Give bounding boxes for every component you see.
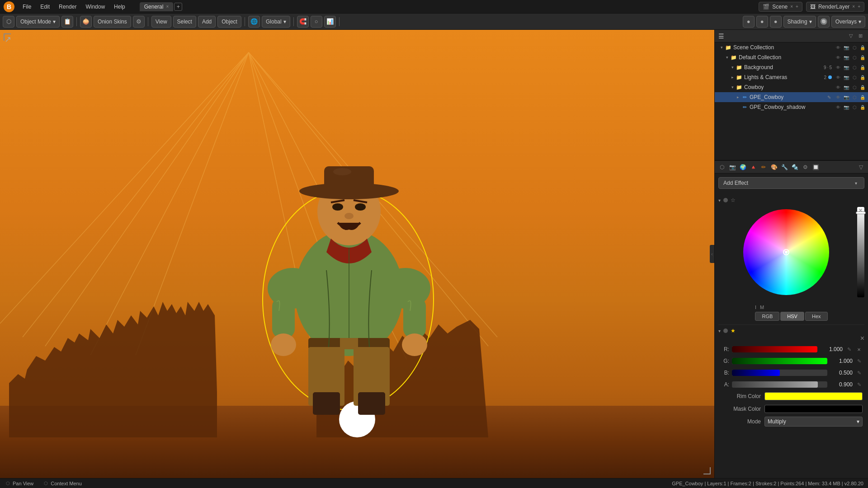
g-slider[interactable] (732, 358, 827, 364)
effect1-star[interactable]: ☆ (731, 197, 736, 203)
effect1-arrow[interactable]: ▾ (718, 198, 721, 203)
render-icon-7[interactable]: 📷 (843, 103, 850, 111)
render-icon-2[interactable]: 📷 (843, 54, 850, 61)
effect2-star[interactable]: ★ (731, 328, 736, 334)
object-btn[interactable]: Object (217, 16, 241, 28)
visibility-icon-3[interactable]: 👁 (835, 64, 842, 71)
snap-icon[interactable]: 🧲 (297, 16, 309, 28)
object-gpe-cowboy-shadow[interactable]: ✏ GPE_Cowboy_shadow 👁 📷 ⬡ 🔒 (715, 102, 868, 112)
r-close[interactable]: × (855, 346, 863, 353)
onion-skins-btn[interactable]: Onion Skins (94, 16, 131, 28)
viewport-arrow[interactable]: ↗ (5, 34, 11, 44)
visibility-icon-5[interactable]: 👁 (835, 84, 842, 91)
expand-background-icon[interactable]: ▾ (729, 64, 736, 70)
add-effect-button[interactable]: Add Effect ▾ (718, 177, 864, 189)
props-icon-2[interactable]: 📷 (728, 163, 737, 172)
tab-general[interactable]: General × (140, 2, 174, 11)
tool-icon-2[interactable]: ⚙ (133, 16, 145, 28)
props-icon-1[interactable]: ⬡ (717, 163, 726, 172)
viewport-shading-material[interactable]: ● (756, 16, 768, 28)
viewport-shading-rendered[interactable]: ● (770, 16, 782, 28)
overlays-btn[interactable]: Overlays ▾ (831, 16, 865, 28)
props-icon-8[interactable]: 🔩 (790, 163, 799, 172)
viewport-icon-2[interactable]: ⬡ (851, 54, 858, 61)
object-mode-dropdown[interactable]: Object Mode ▾ (16, 16, 60, 28)
effect2-arrow[interactable]: ▾ (718, 328, 721, 333)
collection-cowboy[interactable]: ▾ 📁 Cowboy 👁 📷 ⬡ 🔒 (715, 82, 868, 92)
render-icon-4[interactable]: 📷 (843, 74, 850, 81)
color-picker-close[interactable]: × (859, 207, 863, 214)
onion-skins-icon[interactable]: 🧅 (80, 16, 92, 28)
viewport-icon-4[interactable]: ⬡ (851, 74, 858, 81)
menu-window[interactable]: Window (82, 3, 108, 11)
a-edit-icon[interactable]: ✎ (855, 381, 863, 388)
props-icon-5[interactable]: ✏ (759, 163, 768, 172)
props-icon-4[interactable]: 🔺 (749, 163, 758, 172)
shading-btn[interactable]: Shading ▾ (783, 16, 816, 28)
color-wheel[interactable] (741, 207, 831, 297)
r-slider[interactable] (732, 346, 817, 352)
rim-color-swatch[interactable] (764, 392, 863, 400)
add-btn[interactable]: Add (198, 16, 216, 28)
expand-default-icon[interactable]: ▾ (724, 54, 730, 61)
props-icon-6[interactable]: 🎨 (769, 163, 778, 172)
visibility-icon[interactable]: 👁 (835, 44, 842, 51)
viewport-resize-handle[interactable]: ‹ (710, 245, 714, 263)
gizmo-icon[interactable]: 🔘 (818, 16, 830, 28)
brightness-slider[interactable] (857, 207, 864, 297)
collection-background[interactable]: ▾ 📁 Background 9 · 5 👁 📷 ⬡ 🔒 (715, 62, 868, 72)
expand-scene-icon[interactable]: ▾ (718, 44, 725, 51)
render-icon-3[interactable]: 📷 (843, 64, 850, 71)
viewport-icon-6[interactable]: ⬡ (851, 94, 858, 101)
viewport-shading-solid[interactable]: ● (743, 16, 755, 28)
object-gpe-cowboy[interactable]: ▸ ✏ GPE_Cowboy ✎ 👁 📷 ⬡ 🔒 (715, 92, 868, 102)
scene-selector[interactable]: 🎬 Scene × + (759, 2, 802, 12)
close-x-icon[interactable]: × (859, 206, 863, 214)
tab-add-button[interactable]: + (174, 3, 182, 11)
collection-lights[interactable]: ▸ 📁 Lights & Cameras 2 👁 📷 ⬡ 🔒 (715, 72, 868, 82)
transform-icon[interactable]: 🌐 (248, 16, 260, 28)
expand-cowboy-icon[interactable]: ▾ (729, 84, 736, 90)
b-slider[interactable] (732, 370, 827, 376)
select-btn[interactable]: Select (173, 16, 196, 28)
props-expand-icon[interactable]: ▽ (856, 163, 865, 172)
renderlayer-close-icon[interactable]: × (852, 4, 855, 9)
lock-icon-6[interactable]: 🔒 (859, 94, 866, 101)
renderlayer-selector[interactable]: 🖼 RenderLayer × + (806, 2, 864, 12)
props-icon-9[interactable]: ⚙ (801, 163, 810, 172)
lock-icon-7[interactable]: 🔒 (859, 103, 866, 111)
menu-render[interactable]: Render (55, 3, 80, 11)
viewport-icon-7[interactable]: ⬡ (851, 103, 858, 111)
r-edit-icon[interactable]: ✎ (845, 346, 853, 353)
outliner-sync-icon[interactable]: ⊞ (856, 32, 864, 40)
tool-icon-1[interactable]: 📋 (61, 16, 73, 28)
tab-hex[interactable]: Hex (805, 312, 828, 321)
lock-icon-3[interactable]: 🔒 (859, 64, 866, 71)
lock-icon-2[interactable]: 🔒 (859, 54, 866, 61)
render-icon[interactable]: 📷 (843, 44, 850, 51)
tab-hsv[interactable]: HSV (780, 312, 804, 321)
visibility-icon-7[interactable]: 👁 (835, 103, 842, 111)
lock-icon[interactable]: 🔒 (859, 44, 866, 51)
viewport-icon[interactable]: ⬡ (851, 44, 858, 51)
viewport[interactable]: ↗ ‹ (0, 30, 714, 478)
mode-select[interactable]: Multiply ▾ (764, 417, 863, 427)
menu-file[interactable]: File (19, 3, 35, 11)
prop-edit-icon[interactable]: ○ (311, 16, 322, 28)
view-btn[interactable]: View (151, 16, 171, 28)
visibility-icon-6[interactable]: 👁 (835, 94, 842, 101)
outliner-filter-icon[interactable]: ▽ (847, 32, 855, 40)
collection-scene[interactable]: ▾ 📁 Scene Collection 👁 📷 ⬡ 🔒 (715, 42, 868, 52)
menu-edit[interactable]: Edit (37, 3, 53, 11)
visibility-icon-2[interactable]: 👁 (835, 54, 842, 61)
global-btn[interactable]: Global ▾ (262, 16, 290, 28)
expand-gpe-cowboy-icon[interactable]: ▸ (735, 94, 741, 100)
scene-close-icon[interactable]: × (790, 4, 793, 9)
viewport-icon-3[interactable]: ⬡ (851, 64, 858, 71)
expand-lights-icon[interactable]: ▸ (729, 74, 736, 80)
mask-color-swatch[interactable] (764, 405, 863, 413)
outliner-menu-icon[interactable]: ☰ (718, 33, 724, 40)
lock-icon-5[interactable]: 🔒 (859, 84, 866, 91)
visibility-icon-4[interactable]: 👁 (835, 74, 842, 81)
collection-default[interactable]: ▾ 📁 Default Collection 👁 📷 ⬡ 🔒 (715, 52, 868, 62)
